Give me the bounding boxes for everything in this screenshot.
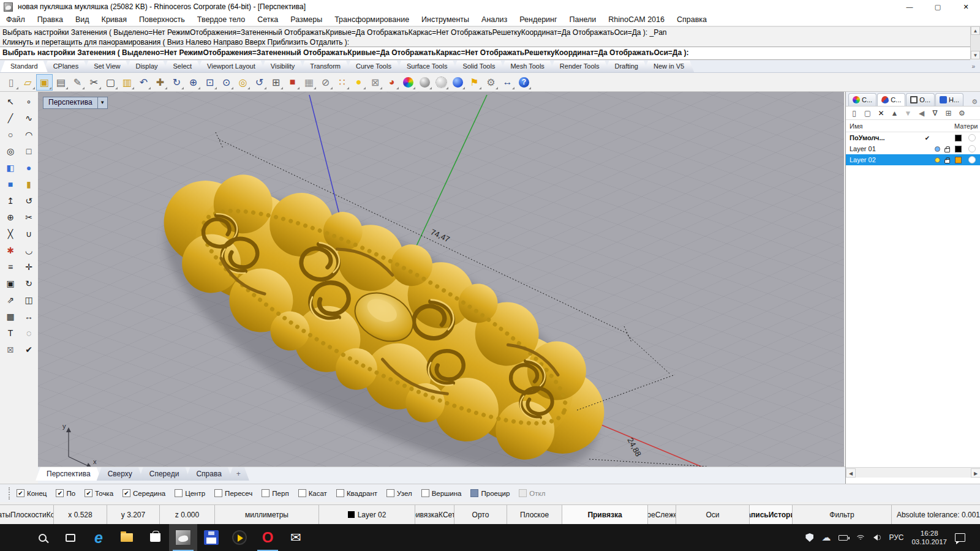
join-icon[interactable]: ∪ xyxy=(20,226,37,241)
move-up-icon[interactable]: ▲ xyxy=(888,107,901,119)
lock-icon[interactable]: ⊠ xyxy=(368,75,383,90)
layer-material-cell[interactable] xyxy=(964,156,980,163)
checkbox-icon[interactable] xyxy=(470,489,478,497)
menu-item[interactable]: Вид xyxy=(69,13,96,26)
mail-icon[interactable]: ✉ xyxy=(282,524,310,551)
curve-icon[interactable]: ∿ xyxy=(20,110,37,126)
status-segment[interactable]: миллиметры xyxy=(215,505,319,524)
status-segment[interactable]: Оси xyxy=(676,505,750,524)
lamp-icon[interactable]: ● xyxy=(351,75,366,90)
wifi-icon[interactable] xyxy=(856,534,865,541)
status-segment[interactable]: z 0.000 xyxy=(160,505,215,524)
perspective-viewport[interactable]: Перспектива ▼ xyxy=(38,92,844,467)
status-segment[interactable]: Привязка xyxy=(562,505,648,524)
boolean-icon[interactable]: ⊕ xyxy=(2,209,19,225)
viewport-layout-icon[interactable]: ⊞ xyxy=(268,75,284,90)
viewport-title-dropdown-icon[interactable]: ▼ xyxy=(98,97,108,109)
checkbox-icon[interactable] xyxy=(298,489,306,497)
menu-item[interactable]: Инструменты xyxy=(415,13,475,26)
dimension-icon[interactable]: ↔ xyxy=(20,309,37,324)
viewport-tab[interactable]: Перспектива xyxy=(36,467,102,481)
checkbox-icon[interactable] xyxy=(386,489,394,497)
arc-icon[interactable]: ◠ xyxy=(20,127,37,142)
defender-shield-icon[interactable]: ✔ xyxy=(805,533,813,542)
open-file-icon[interactable]: ▱ xyxy=(20,75,36,90)
revolve-icon[interactable]: ↺ xyxy=(20,193,37,208)
file-explorer-icon[interactable] xyxy=(113,524,141,551)
viewport-tab[interactable]: Справа xyxy=(185,467,232,481)
point-icon[interactable]: ∘ xyxy=(20,94,37,109)
zoom-dynamic-icon[interactable]: ⊕ xyxy=(186,75,201,90)
osnap-toggle[interactable]: Перп xyxy=(262,489,288,497)
panel-tab-display[interactable]: О... xyxy=(906,93,935,106)
search-button[interactable] xyxy=(28,524,56,551)
collapse-icon[interactable]: ◀ xyxy=(915,107,928,119)
panel-tab-help[interactable]: Н... xyxy=(935,93,963,106)
toolbar-tab[interactable]: Standard xyxy=(1,61,48,72)
save-icon[interactable]: ▣ xyxy=(37,75,52,90)
status-segment[interactable]: ЗаписьИстории xyxy=(750,505,793,524)
gears-icon[interactable]: ⚙ xyxy=(483,75,499,90)
osnap-toggle[interactable]: Квадрант xyxy=(336,489,377,497)
split-icon[interactable]: ╳ xyxy=(2,226,19,241)
maximize-button[interactable]: ▢ xyxy=(924,0,952,13)
menu-item[interactable]: Рендеринг xyxy=(513,13,563,26)
fillet-icon[interactable]: ◡ xyxy=(20,242,37,258)
menu-item[interactable]: Справка xyxy=(671,13,713,26)
menu-item[interactable]: Панели xyxy=(564,13,603,26)
edge-icon[interactable]: e xyxy=(85,524,113,551)
toolbar-tab[interactable]: Transform xyxy=(300,61,350,72)
lock-object-icon[interactable]: ⊠ xyxy=(2,342,19,357)
surface-icon[interactable]: ◧ xyxy=(2,160,19,175)
menu-item[interactable]: Анализ xyxy=(475,13,513,26)
close-button[interactable]: ✕ xyxy=(952,0,980,13)
scroll-right-icon[interactable]: ▶ xyxy=(971,468,980,478)
scroll-up-icon[interactable]: ▲ xyxy=(971,26,980,35)
osnap-toggle[interactable]: Пересеч xyxy=(214,489,252,497)
layer-name[interactable]: Layer 02 xyxy=(846,156,922,163)
osnap-toggle[interactable]: Середина xyxy=(123,489,165,497)
toolbar-tab[interactable]: Render Tools xyxy=(550,61,609,72)
offset-icon[interactable]: ≡ xyxy=(2,259,19,274)
osnap-toggle[interactable]: Конец xyxy=(17,489,47,497)
rhino-taskbar-icon[interactable] xyxy=(169,524,197,551)
osnap-toggle[interactable]: Откл xyxy=(519,489,545,497)
zoom-extents-icon[interactable]: ◎ xyxy=(235,75,251,90)
menu-item[interactable]: Кривая xyxy=(96,13,133,26)
toolbar-tab[interactable]: Solid Tools xyxy=(453,61,505,72)
menu-item[interactable]: Поверхность xyxy=(133,13,191,26)
status-segment[interactable]: Орто xyxy=(454,505,507,524)
toolbar-tab[interactable]: Set View xyxy=(84,61,130,72)
command-prompt[interactable]: Выбрать настройки Затенения ( Выделено=Н… xyxy=(0,47,970,60)
extrude-icon[interactable]: ↥ xyxy=(2,193,19,208)
checkbox-icon[interactable] xyxy=(85,489,92,497)
toolbar-tab[interactable]: Drafting xyxy=(605,61,648,72)
paste-icon[interactable]: ▥ xyxy=(119,75,135,90)
panel-gear-icon[interactable]: ⚙ xyxy=(971,98,979,106)
status-segment[interactable]: Layer 02 xyxy=(319,505,415,524)
shaded-view-icon[interactable]: ◕ xyxy=(384,75,399,90)
opera-icon[interactable]: O xyxy=(254,524,282,551)
layer-visibility-cell[interactable] xyxy=(932,146,942,152)
toolbar-tab[interactable]: Viewport Layout xyxy=(197,61,265,72)
status-segment[interactable]: Absolute tolerance: 0.001 xyxy=(892,505,980,524)
render-color-wheel-icon[interactable] xyxy=(401,75,416,90)
pointer-icon[interactable]: ↖ xyxy=(2,94,19,109)
minimize-button[interactable]: — xyxy=(895,0,924,13)
move-icon[interactable]: ✛ xyxy=(20,259,37,274)
scale-icon[interactable]: ⇗ xyxy=(2,292,19,307)
layer-material-cell[interactable] xyxy=(964,145,980,152)
toolbar-tab[interactable]: Display xyxy=(126,61,167,72)
toolbar-tab[interactable]: Surface Tools xyxy=(397,61,457,72)
start-button[interactable] xyxy=(0,524,28,551)
status-segment[interactable]: ПривязкаКСетке xyxy=(415,505,454,524)
undo-icon[interactable]: ↶ xyxy=(136,75,151,90)
checkbox-icon[interactable] xyxy=(17,489,24,497)
ghosted-sphere-icon[interactable] xyxy=(434,75,449,90)
rotate-icon[interactable]: ↻ xyxy=(20,276,37,291)
battery-icon[interactable] xyxy=(839,535,848,541)
print-icon[interactable]: ▤ xyxy=(53,75,69,90)
toolbar-tab[interactable]: CPlanes xyxy=(43,61,89,72)
menu-item[interactable]: RhinoCAM 2016 xyxy=(602,13,671,26)
shaded-sphere-icon[interactable] xyxy=(417,75,432,90)
